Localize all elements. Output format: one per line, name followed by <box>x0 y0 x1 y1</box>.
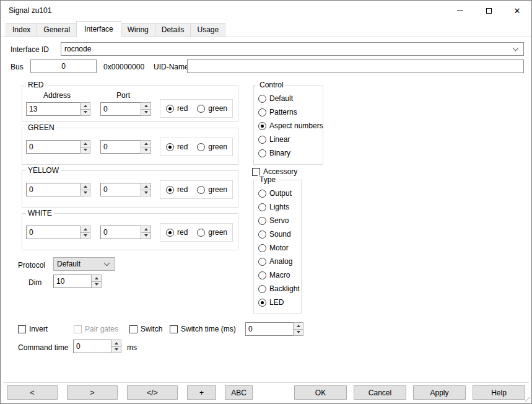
white-port-input[interactable] <box>100 226 141 239</box>
radio-icon <box>197 186 205 194</box>
cancel-button[interactable]: Cancel <box>354 385 406 400</box>
radio-icon <box>258 258 266 266</box>
resize-grip-icon[interactable] <box>522 394 530 402</box>
bus-input[interactable] <box>30 59 97 73</box>
control-linear-radio[interactable]: Linear <box>258 133 323 146</box>
control-group: Control Default Patterns Aspect numbers … <box>253 85 323 165</box>
radio-label: LED <box>269 298 284 307</box>
tab-details[interactable]: Details <box>155 23 191 37</box>
type-lights-radio[interactable]: Lights <box>258 200 300 214</box>
green-address-input[interactable] <box>26 140 81 154</box>
close-button[interactable]: ✕ <box>503 1 531 20</box>
ok-button[interactable]: OK <box>294 385 347 400</box>
add-button[interactable]: + <box>187 385 216 400</box>
green-address-spinner[interactable] <box>80 140 90 154</box>
tab-index[interactable]: Index <box>6 23 37 37</box>
type-servo-radio[interactable]: Servo <box>258 214 300 227</box>
port-column-header: Port <box>116 91 130 100</box>
command-time-input[interactable] <box>73 340 111 353</box>
radio-icon <box>258 285 266 293</box>
checkbox-label: Pair gates <box>85 325 118 333</box>
control-default-radio[interactable]: Default <box>258 92 323 105</box>
red-address-spinner[interactable] <box>80 102 90 116</box>
switch-time-spinner[interactable] <box>293 322 303 336</box>
dim-spinner[interactable] <box>91 274 102 288</box>
green-port-input[interactable] <box>100 140 141 154</box>
yellow-port-spinner[interactable] <box>141 183 151 196</box>
footer-separator <box>3 382 529 383</box>
pair-gates-checkbox: Pair gates <box>74 325 118 333</box>
radio-icon <box>166 105 174 113</box>
control-binary-radio[interactable]: Binary <box>258 146 323 160</box>
radio-icon <box>166 186 174 194</box>
accessory-checkbox[interactable]: Accessory <box>252 167 297 176</box>
uid-name-input[interactable] <box>187 59 524 73</box>
white-gate-green-radio[interactable]: green <box>197 228 227 237</box>
red-address-input[interactable] <box>26 102 81 116</box>
control-aspect-numbers-radio[interactable]: Aspect numbers <box>258 119 323 133</box>
tab-wiring[interactable]: Wiring <box>121 23 155 37</box>
minimize-icon <box>457 11 463 11</box>
yellow-gate-red-radio[interactable]: red <box>166 185 188 194</box>
control-patterns-radio[interactable]: Patterns <box>258 105 323 119</box>
type-macro-radio[interactable]: Macro <box>258 268 300 282</box>
red-port-input[interactable] <box>100 102 141 116</box>
green-port-spinner[interactable] <box>141 140 151 154</box>
yellow-port-input[interactable] <box>100 183 141 196</box>
type-sound-radio[interactable]: Sound <box>258 227 300 241</box>
help-button[interactable]: Help <box>473 385 525 400</box>
type-led-radio[interactable]: LED <box>258 296 300 309</box>
green-gate-green-radio[interactable]: green <box>197 143 227 151</box>
radio-icon <box>258 136 266 144</box>
tab-interface[interactable]: Interface <box>76 21 121 37</box>
white-gate-red-radio[interactable]: red <box>166 228 188 237</box>
red-gate-red-radio[interactable]: red <box>166 104 188 113</box>
radio-label: green <box>208 143 227 151</box>
white-port-spinner[interactable] <box>141 226 151 239</box>
switch-time-input[interactable] <box>245 322 294 336</box>
type-motor-radio[interactable]: Motor <box>258 241 300 255</box>
green-gate-red-radio[interactable]: red <box>166 143 188 151</box>
interface-id-combobox[interactable]: rocnode <box>61 42 524 56</box>
white-address-input[interactable] <box>26 226 81 239</box>
maximize-button[interactable] <box>474 1 503 20</box>
abc-button[interactable]: ABC <box>225 385 253 400</box>
checkbox-icon <box>170 325 178 333</box>
switch-time-checkbox[interactable]: Switch time (ms) <box>170 325 236 333</box>
maximize-icon <box>486 8 492 14</box>
yellow-gate-green-radio[interactable]: green <box>197 185 227 194</box>
radio-icon <box>258 217 266 225</box>
white-group: WHITE red green <box>22 213 238 250</box>
red-port-spinner[interactable] <box>141 102 151 116</box>
green-group-label: GREEN <box>26 123 56 132</box>
address-column-header: Address <box>43 91 71 100</box>
white-address-spinner[interactable] <box>80 226 90 239</box>
yellow-address-spinner[interactable] <box>80 183 90 196</box>
dim-input[interactable] <box>53 274 92 288</box>
radio-label: Macro <box>269 271 290 279</box>
invert-checkbox[interactable]: Invert <box>18 325 48 333</box>
type-analog-radio[interactable]: Analog <box>258 255 300 268</box>
radio-label: Binary <box>269 149 290 157</box>
command-time-spinner[interactable] <box>111 340 121 353</box>
tab-general[interactable]: General <box>37 23 77 37</box>
yellow-address-input[interactable] <box>26 183 81 196</box>
radio-icon <box>166 229 174 237</box>
radio-icon <box>258 149 266 157</box>
code-button[interactable]: </> <box>127 385 178 400</box>
apply-button[interactable]: Apply <box>413 385 466 400</box>
bus-hex-value: 0x00000000 <box>103 63 144 71</box>
type-output-radio[interactable]: Output <box>258 187 300 200</box>
protocol-combobox[interactable]: Default <box>53 257 115 271</box>
next-button[interactable]: > <box>67 385 118 400</box>
tab-usage[interactable]: Usage <box>190 23 225 37</box>
type-backlight-radio[interactable]: Backlight <box>258 282 300 296</box>
radio-icon <box>197 229 205 237</box>
minimize-button[interactable] <box>446 1 474 20</box>
prev-button[interactable]: < <box>7 385 58 400</box>
type-group: Type Output Lights Servo Sound Motor Ana… <box>253 180 302 314</box>
checkbox-label: Accessory <box>263 167 297 176</box>
switch-checkbox[interactable]: Switch <box>129 325 162 333</box>
title-bar[interactable]: Signal zu101 ✕ <box>1 1 531 20</box>
red-gate-green-radio[interactable]: green <box>197 104 227 113</box>
